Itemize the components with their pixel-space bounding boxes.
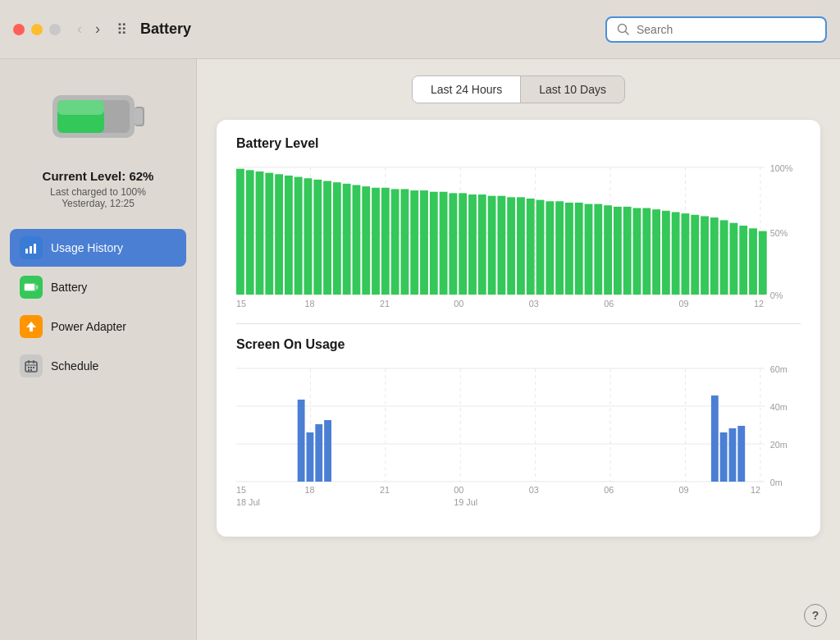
svg-rect-84	[710, 217, 719, 295]
battery-nav-label: Battery	[51, 281, 87, 294]
svg-rect-37	[256, 171, 264, 295]
svg-rect-73	[604, 205, 612, 295]
screen-usage-chart-title: Screen On Usage	[236, 337, 801, 352]
sidebar-item-schedule[interactable]: Schedule	[10, 347, 186, 385]
svg-text:60m: 60m	[770, 364, 788, 374]
svg-rect-58	[459, 193, 467, 295]
svg-rect-40	[285, 176, 293, 295]
svg-text:100%: 100%	[770, 163, 793, 173]
chart-card: Battery Level	[217, 120, 820, 537]
svg-rect-70	[575, 203, 583, 295]
main-layout: Current Level: 62% Last charged to 100% …	[0, 59, 840, 640]
svg-rect-78	[652, 209, 660, 295]
sidebar-item-usage-history[interactable]: Usage History	[10, 229, 186, 267]
svg-rect-114	[315, 424, 322, 482]
svg-rect-89	[759, 231, 767, 295]
screen-usage-svg: 60m 40m 20m 0m 15 18 21 00 03 06 09 12	[236, 360, 801, 520]
back-button[interactable]: ‹	[74, 17, 85, 41]
svg-rect-14	[25, 284, 34, 290]
battery-icon-container	[49, 84, 148, 153]
svg-text:15: 15	[236, 299, 246, 307]
svg-rect-72	[594, 204, 602, 295]
svg-rect-38	[265, 173, 273, 295]
tab-group: Last 24 Hours Last 10 Days	[412, 75, 625, 103]
page-title: Battery	[140, 21, 605, 38]
battery-nav-icon	[20, 276, 43, 299]
battery-icon	[49, 84, 148, 149]
search-input[interactable]	[637, 23, 815, 36]
svg-text:0%: 0%	[770, 290, 783, 300]
sidebar-item-power-adapter[interactable]: Power Adapter	[10, 308, 186, 345]
svg-rect-113	[307, 432, 314, 482]
svg-rect-80	[672, 213, 680, 295]
svg-text:06: 06	[604, 299, 614, 307]
tab-last-10d[interactable]: Last 10 Days	[521, 76, 624, 103]
svg-rect-67	[546, 201, 554, 295]
svg-rect-63	[507, 197, 515, 295]
svg-rect-83	[701, 216, 709, 295]
svg-rect-118	[729, 428, 737, 482]
svg-text:00: 00	[454, 485, 463, 495]
svg-rect-53	[410, 190, 418, 295]
svg-rect-39	[275, 174, 283, 295]
svg-rect-87	[739, 226, 747, 295]
tab-bar: Last 24 Hours Last 10 Days	[217, 75, 820, 103]
svg-rect-22	[33, 367, 34, 368]
sidebar: Current Level: 62% Last charged to 100% …	[0, 59, 197, 640]
battery-level-text: Current Level: 62%	[43, 169, 154, 183]
svg-text:0m: 0m	[770, 478, 783, 487]
svg-rect-60	[478, 194, 486, 295]
minimize-button[interactable]	[31, 24, 43, 35]
tab-last-24h[interactable]: Last 24 Hours	[413, 76, 521, 103]
close-button[interactable]	[13, 24, 25, 35]
svg-rect-46	[343, 184, 351, 295]
svg-rect-20	[28, 367, 30, 368]
svg-text:18: 18	[305, 299, 315, 307]
window-controls	[13, 24, 61, 35]
svg-rect-48	[362, 186, 370, 295]
usage-history-label: Usage History	[51, 241, 123, 254]
svg-rect-61	[488, 196, 496, 295]
svg-text:18 Jul: 18 Jul	[236, 497, 260, 507]
svg-rect-23	[28, 369, 30, 371]
svg-rect-75	[623, 207, 632, 295]
svg-text:19 Jul: 19 Jul	[454, 497, 477, 507]
svg-rect-116	[711, 395, 719, 482]
svg-rect-45	[333, 182, 341, 295]
schedule-label: Schedule	[51, 359, 98, 373]
battery-level-chart-section: Battery Level	[236, 136, 801, 307]
svg-rect-115	[324, 420, 331, 482]
svg-rect-64	[517, 197, 525, 295]
sidebar-item-battery[interactable]: Battery	[10, 268, 186, 306]
maximize-button[interactable]	[49, 24, 61, 35]
svg-rect-10	[30, 246, 32, 254]
svg-text:40m: 40m	[770, 402, 788, 412]
search-icon	[617, 23, 630, 36]
forward-button[interactable]: ›	[92, 17, 103, 41]
svg-rect-59	[468, 194, 477, 295]
svg-rect-82	[691, 215, 699, 295]
usage-history-icon	[20, 236, 43, 259]
svg-rect-36	[246, 170, 254, 295]
svg-text:21: 21	[380, 485, 390, 495]
svg-text:09: 09	[679, 299, 689, 307]
svg-rect-54	[420, 190, 428, 295]
svg-text:18: 18	[305, 485, 315, 495]
svg-rect-7	[57, 100, 104, 115]
nav-arrows: ‹ ›	[74, 17, 103, 41]
help-button[interactable]: ?	[804, 604, 827, 627]
svg-rect-49	[372, 188, 380, 295]
power-adapter-label: Power Adapter	[51, 320, 126, 333]
battery-charged-text: Last charged to 100%	[43, 186, 154, 198]
grid-icon[interactable]: ⠿	[116, 21, 127, 39]
battery-date-text: Yesterday, 12:25	[43, 198, 154, 209]
svg-text:20m: 20m	[770, 440, 788, 450]
svg-rect-44	[323, 181, 331, 295]
svg-text:00: 00	[454, 299, 463, 307]
svg-rect-57	[449, 193, 457, 295]
svg-text:12: 12	[754, 299, 764, 307]
svg-rect-51	[391, 189, 399, 295]
svg-rect-42	[304, 178, 313, 295]
svg-rect-50	[381, 188, 390, 295]
svg-rect-88	[749, 228, 757, 295]
